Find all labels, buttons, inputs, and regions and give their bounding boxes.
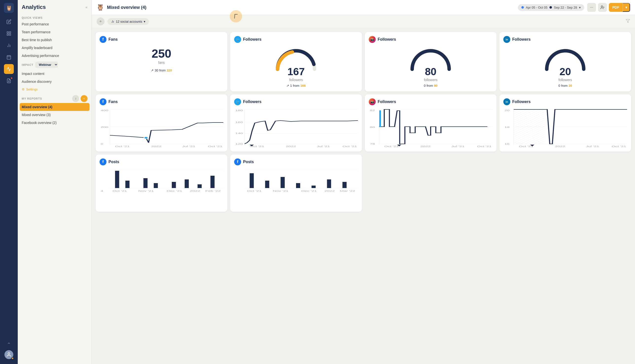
svg-text:🦉: 🦉: [6, 5, 12, 11]
impact-label: IMPACT: [22, 63, 33, 66]
li-from-value: 20: [568, 84, 572, 88]
svg-rect-105: [342, 182, 346, 188]
chart-title-li-followers: Followers: [512, 100, 531, 104]
svg-rect-2: [7, 32, 9, 33]
card-facebook-fans: f Fans 250 fans ↗ 30 from 220: [96, 32, 227, 92]
nav-charts[interactable]: [4, 40, 14, 50]
card-title-ig-followers: Followers: [378, 37, 396, 42]
tw-followers-chart-svg: 180 160 140 120 Oct '21 2022 Jul '21 Oct…: [234, 108, 358, 148]
share-button[interactable]: [598, 3, 607, 12]
chart-title-tw-followers: Followers: [243, 100, 262, 104]
global-filter-icon[interactable]: [626, 19, 630, 24]
tw-gauge-container: 167 followers: [234, 46, 358, 82]
analytics-content: f Fans 250 fans ↗ 30 from 220 🐦 F: [92, 28, 635, 364]
fans-change-icon: ↗: [151, 68, 154, 72]
svg-rect-9: [7, 56, 11, 59]
card-title-li-followers: Followers: [512, 37, 531, 42]
user-avatar[interactable]: [4, 350, 13, 359]
nav-compose[interactable]: [4, 17, 14, 26]
chart-area-tw-followers: 180 160 140 120 Oct '21 2022 Jul '21 Oct…: [234, 108, 358, 148]
sort-reports-button[interactable]: ↕: [72, 95, 79, 102]
pdf-dropdown-button[interactable]: ▾: [623, 3, 630, 12]
metric-cards-row1: f Fans 250 fans ↗ 30 from 220 🐦 F: [96, 32, 631, 92]
topbar: 🦉 Mixed overview (4) Apr 05 - Oct 05 Sep…: [92, 0, 635, 15]
svg-rect-100: [265, 181, 270, 188]
impact-select[interactable]: Webinar: [35, 62, 58, 68]
svg-text:2022: 2022: [151, 145, 162, 148]
svg-text:180: 180: [235, 109, 243, 112]
alert-badge: [11, 357, 14, 360]
nav-reports[interactable]: [4, 76, 14, 86]
svg-marker-22: [626, 19, 630, 23]
nav-calendar[interactable]: [4, 52, 14, 62]
chart-area-li-followers: 20 18 16 Oct '21 2022 Jul '21 Oct '21: [503, 108, 627, 148]
accounts-filter[interactable]: 12 social accounts ▾: [108, 18, 149, 25]
nav-dashboard[interactable]: [4, 28, 14, 38]
card-twitter-followers: 🐦 Followers 167 followers ↗: [230, 32, 362, 92]
li-change-value: 0: [558, 84, 560, 88]
svg-text:Feb '22: Feb '22: [205, 190, 220, 192]
fb-posts2-chart-svg: Oct '21 Nov '21 Dec '21 2022 Mar '22: [234, 168, 358, 193]
pdf-group: PDF ▾: [609, 3, 630, 12]
date2-dot: [550, 6, 552, 9]
svg-text:2022: 2022: [555, 145, 565, 148]
more-options-button[interactable]: ···: [587, 3, 596, 12]
topbar-title: Mixed overview (4): [107, 5, 515, 10]
sidebar-item-audience-discovery[interactable]: Audience discovery: [18, 78, 92, 86]
svg-text:Jul '21: Jul '21: [317, 145, 330, 148]
li-followers-value: 20: [503, 66, 627, 77]
chart-tw-followers: 🐦 Followers 180 160 140 120 Oct '21 2022…: [230, 94, 362, 152]
svg-text:Dec '21: Dec '21: [167, 190, 182, 192]
li-chart-icon: in: [503, 98, 510, 105]
nav-analytics[interactable]: [4, 64, 14, 74]
add-filter-button[interactable]: +: [97, 18, 104, 26]
sidebar-header: Analytics «: [18, 4, 92, 14]
svg-rect-91: [210, 176, 215, 188]
quick-views-label: QUICK VIEWS: [18, 14, 92, 20]
svg-point-15: [8, 353, 10, 354]
sidebar-item-advertising[interactable]: Advertising performance: [18, 52, 92, 60]
app-logo[interactable]: 🦉: [4, 3, 14, 13]
settings-link[interactable]: ⚙ Settings: [18, 86, 92, 93]
fb-posts1-chart-svg: 4 Oct '21 Nov '21 Dec '21 2022 Feb '22: [100, 168, 223, 193]
svg-rect-89: [185, 180, 189, 188]
svg-rect-102: [296, 183, 300, 188]
li-gauge-container: 20 followers: [503, 46, 627, 82]
sidebar-item-mixed-overview-3[interactable]: Mixed overview (3): [18, 111, 92, 119]
sidebar-item-facebook-overview[interactable]: Facebook overview (2): [18, 119, 92, 127]
svg-text:Oct '21: Oct '21: [208, 145, 222, 148]
sidebar-item-team-performance[interactable]: Team performance: [18, 28, 92, 36]
svg-text:Oct '21: Oct '21: [477, 145, 492, 148]
svg-rect-3: [9, 32, 11, 33]
sidebar-item-mixed-overview-4[interactable]: Mixed overview (4): [20, 103, 90, 111]
svg-rect-99: [250, 173, 254, 188]
sidebar-item-best-time[interactable]: Best time to publish: [18, 36, 92, 44]
sidebar-item-impact-content[interactable]: Impact content: [18, 70, 92, 78]
svg-text:Nov '21: Nov '21: [273, 190, 288, 192]
pdf-button[interactable]: PDF: [609, 3, 623, 12]
svg-rect-104: [327, 180, 331, 188]
tw-followers-unit: followers: [234, 78, 358, 82]
date-range-picker[interactable]: Apr 05 - Oct 05 Sep 22 - Sep 28 ▾: [518, 4, 584, 11]
sidebar-item-post-performance[interactable]: Post performance: [18, 20, 92, 28]
svg-text:Nov '21: Nov '21: [138, 190, 154, 192]
nav-chevron-up[interactable]: [4, 338, 14, 348]
chart-area-fb-posts-1: 4 Oct '21 Nov '21 Dec '21 2022 Feb '22: [100, 168, 223, 208]
tw-from-value: 166: [300, 84, 306, 88]
ig-gauge-container: 80 followers: [369, 46, 492, 82]
main-content: 🦉 Mixed overview (4) Apr 05 - Oct 05 Sep…: [92, 0, 635, 364]
add-report-button[interactable]: +: [80, 95, 88, 102]
topbar-owl-icon: 🦉: [97, 4, 104, 11]
svg-text:Oct '21: Oct '21: [384, 145, 399, 148]
sidebar-item-amplify[interactable]: Amplify leaderboard: [18, 44, 92, 52]
date-chevron-icon: ▾: [579, 6, 581, 9]
chart-header-li-followers: in Followers: [503, 98, 627, 105]
li-followers-metric: 20 followers: [503, 66, 627, 82]
settings-label: Settings: [26, 88, 38, 91]
sidebar-collapse-button[interactable]: «: [86, 5, 88, 9]
chart-ig-followers: 📸 Followers 82 80 78 Oct '21 2022 Jul '2…: [365, 94, 496, 152]
svg-rect-84: [115, 171, 119, 188]
card-header-fb-fans: f Fans: [100, 36, 223, 43]
svg-text:Dec '21: Dec '21: [301, 190, 317, 192]
svg-text:400: 400: [100, 109, 108, 112]
